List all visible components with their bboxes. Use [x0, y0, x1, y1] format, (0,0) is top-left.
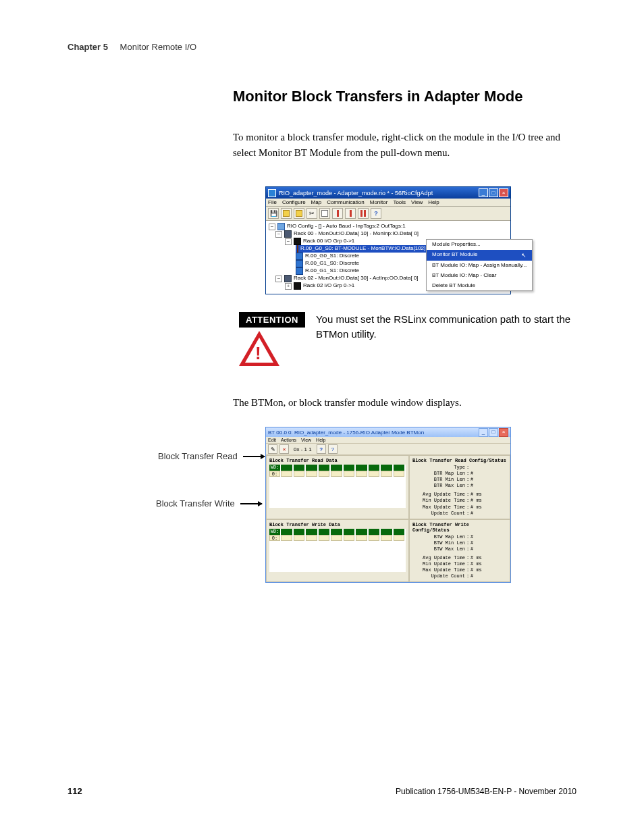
write-data-panel: Block Transfer Write Data WD: 0: — [266, 519, 409, 583]
btmon-window: BT 00.0 0: RIO_adapter_mode - 1756-RIO A… — [265, 427, 511, 583]
read-status-panel: Block Transfer Read Config/Status Type:B… — [409, 455, 510, 519]
rack-icon — [284, 275, 292, 282]
menu-map[interactable]: Map — [311, 199, 322, 205]
tree-root[interactable]: − RIO Config - [] - Auto Baud - InpTags:… — [269, 223, 508, 230]
context-menu: Module Properties... Monitor BT Module ↖… — [426, 239, 533, 291]
minimize-button[interactable]: _ — [479, 428, 488, 437]
toolbar-icon-7[interactable] — [358, 208, 369, 219]
ctx-map-clear[interactable]: BT Module IO: Map - Clear — [427, 271, 532, 281]
publication-info: Publication 1756-UM534B-EN-P - November … — [396, 787, 576, 796]
status-row: BTR Min Len:# — [412, 477, 507, 483]
io-tree: − RIO Config - [] - Auto Baud - InpTags:… — [266, 221, 510, 294]
status-row: Avg Update Time:# ms — [412, 555, 507, 561]
status-row: BTR Map Len:# — [412, 471, 507, 477]
bt-module-icon — [297, 245, 298, 253]
toolbar-icon-help2[interactable]: ? — [328, 444, 338, 454]
section-heading: Monitor Block Transfers in Adapter Mode — [233, 88, 522, 105]
cursor-icon: ↖ — [521, 251, 527, 259]
read-value-cells — [281, 471, 404, 477]
status-row: BTW Max Len:# — [412, 546, 507, 552]
menu-bar: Edit Actions View Help — [266, 437, 510, 444]
menu-configure[interactable]: Configure — [282, 199, 306, 205]
menu-tools[interactable]: Tools — [393, 199, 406, 205]
menu-help[interactable]: Help — [316, 438, 325, 442]
ctx-monitor-bt-module[interactable]: Monitor BT Module ↖ — [427, 250, 532, 261]
warning-exclamation-icon: ! — [255, 343, 261, 364]
menu-actions[interactable]: Actions — [281, 438, 296, 442]
status-row: Update Count:# — [412, 511, 507, 517]
ctx-delete-bt-module[interactable]: Delete BT Module — [427, 281, 532, 291]
toolbar-icon-2[interactable] — [294, 208, 304, 219]
close-button[interactable]: × — [499, 428, 508, 437]
app-icon — [268, 189, 276, 197]
status-row: Max Update Time:# ms — [412, 504, 507, 511]
status-row: BTW Min Len:# — [412, 540, 507, 546]
window-title: BT 00.0 0: RIO_adapter_mode - 1756-RIO A… — [268, 429, 424, 436]
menu-edit[interactable]: Edit — [268, 438, 276, 442]
status-row: Min Update Time:# ms — [412, 561, 507, 567]
arrow-icon — [243, 456, 265, 457]
toolbar-icon-3[interactable]: ✂ — [306, 208, 317, 219]
menu-view[interactable]: View — [411, 199, 423, 205]
status-row: Avg Update Time:# ms — [412, 492, 507, 498]
collapse-icon[interactable]: − — [275, 276, 282, 282]
close-button[interactable]: × — [499, 188, 508, 197]
write-data-area: WD: 0: — [269, 529, 406, 572]
toolbar: ✎ × 0x - 1 1 ? ? — [266, 444, 510, 455]
toolbar-icon-pencil[interactable]: ✎ — [268, 444, 277, 454]
toolbar: 💾 ✂ ? — [266, 207, 510, 221]
ctx-map-assign-manually[interactable]: BT Module IO: Map - Assign Manually... — [427, 261, 532, 271]
status-row: BTR Max Len:# — [412, 483, 507, 489]
module-icon — [296, 260, 303, 267]
toolbar-icon-5[interactable] — [332, 208, 343, 219]
save-icon[interactable]: 💾 — [268, 208, 279, 219]
status-row: Type: — [412, 465, 507, 471]
collapse-icon[interactable]: − — [269, 224, 275, 230]
toolbar-icon-help[interactable]: ? — [317, 444, 326, 454]
menu-communication[interactable]: Communication — [327, 199, 365, 205]
header-title: Monitor Remote I/O — [120, 42, 196, 52]
toolbar-icon-1[interactable] — [281, 208, 292, 219]
minimize-button[interactable]: _ — [479, 188, 488, 197]
attention-text: You must set the RSLinx communication pa… — [316, 312, 576, 342]
read-header-cells — [281, 465, 404, 471]
attention-badge: ATTENTION — [239, 312, 305, 328]
attention-block: ATTENTION You must set the RSLinx commun… — [239, 312, 576, 342]
status-row: Update Count:# — [412, 573, 507, 579]
group-icon — [294, 238, 301, 245]
collapse-icon[interactable]: − — [285, 238, 292, 245]
status-row: Max Update Time:# ms — [412, 567, 507, 573]
section-body-2: The BTMon, or block transfer module wind… — [233, 397, 576, 409]
page-header: Chapter 5 Monitor Remote I/O — [68, 42, 576, 52]
window-titlebar[interactable]: RIO_adapter_mode - Adapter_mode.rio * - … — [266, 187, 510, 199]
collapse-icon[interactable]: − — [275, 231, 282, 238]
read-data-panel: Block Transfer Read Data WD: 0: — [266, 455, 409, 519]
maximize-button[interactable]: □ — [489, 188, 498, 197]
toolbar-icon-6[interactable] — [345, 208, 356, 219]
section-body-1: To monitor a block transfer module, righ… — [233, 130, 576, 160]
help-icon[interactable]: ? — [371, 208, 381, 219]
read-data-area: WD: 0: — [269, 465, 406, 508]
ctx-module-properties[interactable]: Module Properties... — [427, 240, 532, 250]
menu-view[interactable]: View — [301, 438, 311, 442]
menu-help[interactable]: Help — [428, 199, 439, 205]
arrow-icon — [240, 503, 262, 504]
window-titlebar[interactable]: BT 00.0 0: RIO_adapter_mode - 1756-RIO A… — [266, 427, 510, 437]
menu-file[interactable]: File — [268, 199, 277, 205]
menu-bar: File Configure Map Communication Monitor… — [266, 199, 510, 207]
write-value-cells — [281, 535, 404, 541]
maximize-button[interactable]: □ — [489, 428, 498, 437]
rack-icon — [284, 230, 292, 238]
menu-monitor[interactable]: Monitor — [370, 199, 388, 205]
page-footer: 112 Publication 1756-UM534B-EN-P - Novem… — [68, 786, 576, 796]
toolbar-text: 0x - 1 1 — [294, 446, 312, 452]
expand-icon[interactable]: + — [285, 283, 292, 290]
page-number: 112 — [68, 786, 82, 796]
group-icon — [294, 282, 301, 290]
status-row: Min Update Time:# ms — [412, 498, 507, 504]
callout-read: Block Transfer Read — [158, 451, 265, 461]
toolbar-icon-4[interactable] — [319, 208, 330, 219]
toolbar-icon-x[interactable]: × — [279, 444, 289, 454]
module-icon — [296, 267, 303, 275]
tree-rack0[interactable]: − Rack 00 - MonOut:IO.Data[ 10] - MonInp… — [269, 230, 508, 238]
